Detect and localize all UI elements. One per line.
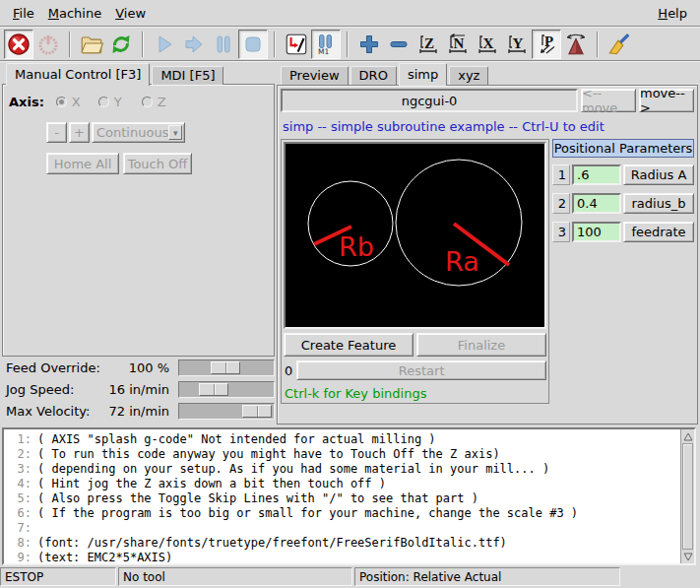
clear-backplot-button[interactable]	[605, 30, 634, 59]
step-button[interactable]	[179, 30, 209, 59]
home-all-button[interactable]: Home All	[46, 153, 119, 174]
axis-radio-z[interactable]: Z	[142, 95, 166, 109]
tab-simp[interactable]: simp	[399, 63, 447, 86]
view-z-button[interactable]: Z	[414, 30, 443, 59]
svg-text:Y: Y	[513, 34, 524, 50]
axis-row: Axis: X Y Z	[9, 95, 274, 109]
scroll-down-arrow-icon[interactable]	[681, 550, 694, 563]
restart-button[interactable]: Restart	[296, 360, 546, 380]
scroll-up-arrow-icon[interactable]	[681, 429, 694, 443]
view-y-button[interactable]: Y	[502, 30, 532, 59]
right-tabs: Preview DRO simp xyz	[277, 62, 698, 85]
parameter-number: 3	[552, 222, 570, 242]
broom-icon	[606, 32, 632, 57]
canvas-label-ra: Ra	[445, 246, 479, 277]
parameter-name-button[interactable]: radius_b	[623, 193, 694, 214]
jog-minus-button[interactable]: -	[46, 122, 67, 143]
move-right-button[interactable]: move-->	[639, 89, 694, 112]
jog-speed-row: Jog Speed: 16 in/min	[2, 379, 275, 401]
scrollbar-thumb[interactable]	[682, 443, 693, 550]
axis-radio-x[interactable]: X	[56, 95, 81, 109]
max-velocity-label: Max Velocity:	[6, 404, 90, 419]
gcode-lines: 1:( AXIS "splash g-code" Not intended fo…	[4, 429, 694, 565]
parameter-value-input[interactable]: .6	[572, 164, 621, 185]
touch-off-button[interactable]: Touch Off	[123, 153, 192, 174]
feed-override-value: 100 %	[129, 360, 169, 375]
gcode-text-area[interactable]: 1:( AXIS "splash g-code" Not intended fo…	[2, 427, 696, 565]
machine-power-button[interactable]	[33, 30, 63, 59]
parameter-name-button[interactable]: Radius A	[623, 164, 694, 185]
jog-speed-slider[interactable]	[178, 381, 275, 398]
ngcgui-instance-field[interactable]: ngcgui-0	[281, 89, 578, 112]
max-velocity-slider[interactable]	[178, 403, 275, 420]
status-position-mode: Position: Relative Actual	[354, 567, 620, 586]
menu-help[interactable]: Help	[651, 3, 694, 24]
optional-pause-button[interactable]: M1	[311, 30, 341, 59]
reload-button[interactable]	[106, 30, 136, 59]
toggle-skip-lines-button[interactable]	[282, 30, 311, 59]
axis-radio-y[interactable]: Y	[98, 95, 122, 109]
svg-text:P: P	[544, 33, 553, 49]
finalize-button[interactable]: Finalize	[416, 333, 546, 357]
code-scrollbar[interactable]	[680, 429, 694, 563]
view-z-rotated-button[interactable]: N	[443, 30, 473, 59]
view-x-letter-icon: X	[476, 33, 499, 56]
ngcgui-body: Rb Ra Create Feature Finalize 0 Restart …	[281, 139, 694, 404]
rotate-view-button[interactable]	[561, 30, 591, 59]
line-number: 8:	[6, 536, 32, 551]
line-number: 9:	[6, 551, 32, 565]
tab-mdi[interactable]: MDI [F5]	[152, 66, 223, 85]
tab-dro[interactable]: DRO	[350, 66, 397, 85]
home-row: Home All Touch Off	[46, 153, 274, 174]
preview-canvas[interactable]: Rb Ra	[284, 142, 546, 329]
jog-mode-dropdown[interactable]: Continuous ▾	[92, 122, 185, 143]
toolbar-separator	[142, 32, 144, 57]
feed-override-label: Feed Override:	[6, 360, 100, 375]
radio-circle-icon	[56, 97, 67, 107]
menu-view[interactable]: View	[108, 3, 153, 24]
line-text: ( depending on your setup. As if you had…	[37, 462, 549, 476]
view-z-letter-icon: Z	[416, 33, 440, 56]
line-number: 2:	[6, 447, 32, 462]
menu-machine[interactable]: Machine	[41, 3, 108, 24]
stop-button[interactable]	[238, 30, 268, 59]
view-x-button[interactable]: X	[473, 30, 502, 59]
parameter-value-input[interactable]: 100	[572, 222, 621, 242]
slider-thumb[interactable]	[211, 361, 240, 374]
open-file-button[interactable]	[77, 30, 106, 59]
radio-circle-icon	[98, 97, 109, 107]
zoom-out-button[interactable]	[384, 30, 414, 59]
jog-plus-button[interactable]: +	[69, 122, 90, 143]
rotate-cone-icon	[563, 32, 589, 57]
parameter-number: 2	[552, 193, 570, 214]
line-text: (text: EMC2*5*AXIS)	[37, 551, 172, 564]
line-number: 5:	[6, 491, 32, 506]
svg-text:X: X	[483, 34, 494, 50]
view-perspective-button[interactable]: P	[532, 30, 561, 59]
move-left-button[interactable]: <--move	[581, 89, 636, 112]
svg-text:N: N	[454, 34, 465, 50]
feed-override-slider[interactable]	[178, 359, 275, 376]
menu-file[interactable]: File	[6, 3, 41, 24]
zoom-in-button[interactable]	[354, 30, 384, 59]
run-button[interactable]	[150, 30, 179, 59]
parameter-number: 1	[552, 164, 570, 185]
tab-preview[interactable]: Preview	[281, 66, 349, 85]
create-feature-button[interactable]: Create Feature	[284, 333, 414, 357]
parameter-value-input[interactable]: 0.4	[572, 193, 621, 214]
manual-control-content: Axis: X Y Z - + Continuous ▾ Home All	[2, 84, 275, 357]
slider-thumb[interactable]	[199, 383, 228, 396]
pause-button[interactable]	[209, 30, 238, 59]
status-tool: No tool	[118, 567, 352, 586]
estop-button[interactable]	[4, 30, 33, 59]
tab-manual-control[interactable]: Manual Control [F3]	[6, 63, 150, 86]
slider-thumb[interactable]	[242, 405, 272, 418]
gcode-line: 7:	[6, 521, 694, 536]
radio-circle-icon	[142, 97, 153, 107]
line-text: ( If the program is too big or small for…	[37, 506, 578, 520]
parameter-name-button[interactable]: feedrate	[623, 222, 694, 242]
tab-xyz[interactable]: xyz	[449, 66, 488, 85]
max-velocity-value: 72 in/min	[109, 404, 169, 419]
gcode-line: 9:(text: EMC2*5*AXIS)	[6, 551, 694, 565]
reload-icon	[108, 32, 134, 57]
